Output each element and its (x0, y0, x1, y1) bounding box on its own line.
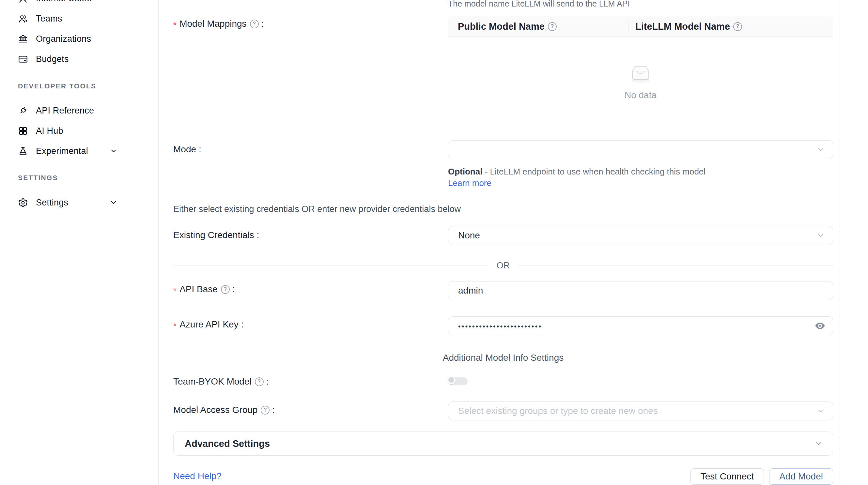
team-byok-toggle[interactable] (448, 377, 468, 385)
chevron-down-icon (814, 439, 823, 448)
grid-icon (18, 126, 28, 136)
empty-box-icon (628, 63, 653, 85)
eye-icon[interactable] (814, 320, 826, 331)
sidebar-item-organizations[interactable]: Organizations (0, 29, 158, 49)
model-access-group-select[interactable]: Select existing groups or type to create… (448, 401, 833, 420)
sidebar-heading-developer-tools: DEVELOPER TOOLS (0, 82, 158, 90)
existing-credentials-select[interactable]: None (448, 226, 833, 245)
existing-credentials-label: Existing Credentials : (173, 230, 259, 240)
sidebar-item-internal-users[interactable]: Internal Users (0, 0, 158, 8)
required-marker: * (173, 286, 177, 295)
sidebar-item-api-reference[interactable]: API Reference (0, 100, 158, 121)
or-divider: OR (173, 261, 833, 271)
sidebar-item-teams[interactable]: Teams (0, 8, 158, 29)
sidebar-item-label: Organizations (36, 34, 91, 44)
api-base-label: * API Base ? : (173, 284, 235, 294)
model-mappings-label: * Model Mappings ? : (173, 19, 264, 29)
credit-card-icon (18, 54, 28, 64)
help-circle-icon[interactable]: ? (261, 406, 270, 415)
sidebar: Internal Users Teams Organizations Budge… (0, 0, 159, 485)
empty-state-text: No data (625, 90, 656, 100)
required-marker: * (173, 21, 177, 29)
api-base-input[interactable]: admin (448, 281, 833, 300)
need-help-link[interactable]: Need Help? (173, 471, 222, 481)
learn-more-link[interactable]: Learn more (448, 178, 491, 188)
help-circle-icon[interactable]: ? (221, 285, 230, 294)
sidebar-item-experimental[interactable]: Experimental (0, 141, 158, 161)
plug-icon (18, 106, 28, 116)
form-actions: Test Connect Add Model (448, 468, 833, 485)
sidebar-item-label: Experimental (36, 146, 88, 156)
help-circle-icon[interactable]: ? (548, 22, 557, 31)
table-header-public-model-name: Public Model Name ? (448, 21, 628, 32)
credentials-note: Either select existing credentials OR en… (173, 204, 461, 214)
model-mappings-table: Public Model Name ? LiteLLM Model Name ?… (448, 16, 833, 127)
sidebar-item-settings[interactable]: Settings (0, 192, 158, 213)
mode-label: Mode : (173, 144, 202, 155)
sidebar-item-budgets[interactable]: Budgets (0, 49, 158, 69)
required-marker: * (173, 322, 177, 330)
flask-icon (18, 146, 28, 156)
mode-help-text: Optional - LiteLLM endpoint to use when … (448, 166, 716, 189)
add-model-button[interactable]: Add Model (769, 468, 833, 485)
advanced-settings-panel[interactable]: Advanced Settings (173, 431, 833, 456)
azure-api-key-input[interactable]: •••••••••••••••••••••••• (448, 316, 833, 335)
select-placeholder: Select existing groups or type to create… (458, 406, 658, 416)
sidebar-item-label: Budgets (36, 54, 68, 64)
additional-settings-divider-text: Additional Model Info Settings (443, 353, 563, 363)
sidebar-item-label: AI Hub (36, 126, 63, 136)
team-byok-label: Team-BYOK Model ? : (173, 377, 269, 387)
help-circle-icon[interactable]: ? (250, 20, 259, 28)
chevron-down-icon (110, 147, 118, 155)
model-access-group-label: Model Access Group ? : (173, 405, 275, 415)
table-header-row: Public Model Name ? LiteLLM Model Name ? (448, 16, 833, 37)
gear-icon (18, 198, 28, 208)
chevron-down-icon (816, 407, 825, 415)
table-empty-state: No data (448, 37, 833, 127)
chevron-down-icon (816, 146, 825, 154)
advanced-settings-title: Advanced Settings (185, 439, 270, 449)
mode-select[interactable] (448, 140, 833, 159)
or-divider-text: OR (497, 261, 510, 271)
azure-api-key-label: * Azure API Key : (173, 319, 243, 330)
content-edge-divider (840, 0, 840, 485)
user-icon (18, 0, 28, 4)
bank-icon (18, 34, 28, 44)
chevron-down-icon (816, 231, 825, 240)
chevron-down-icon (110, 199, 118, 206)
masked-password-value: •••••••••••••••••••••••• (458, 322, 542, 331)
sidebar-heading-settings: SETTINGS (0, 174, 158, 182)
toggle-knob (447, 376, 456, 384)
test-connect-button[interactable]: Test Connect (690, 468, 764, 485)
model-mappings-description: The model name LiteLLM will send to the … (448, 0, 630, 8)
add-model-form: The model name LiteLLM will send to the … (159, 0, 868, 485)
sidebar-item-ai-hub[interactable]: AI Hub (0, 121, 158, 141)
help-circle-icon[interactable]: ? (255, 377, 264, 386)
users-icon (18, 14, 28, 24)
sidebar-item-label: Settings (36, 198, 68, 208)
additional-settings-divider: Additional Model Info Settings (173, 353, 833, 363)
sidebar-item-label: Internal Users (36, 0, 92, 4)
table-header-litellm-model-name: LiteLLM Model Name ? (628, 21, 833, 32)
help-circle-icon[interactable]: ? (733, 22, 742, 31)
sidebar-item-label: Teams (36, 14, 62, 24)
sidebar-item-label: API Reference (36, 106, 94, 116)
